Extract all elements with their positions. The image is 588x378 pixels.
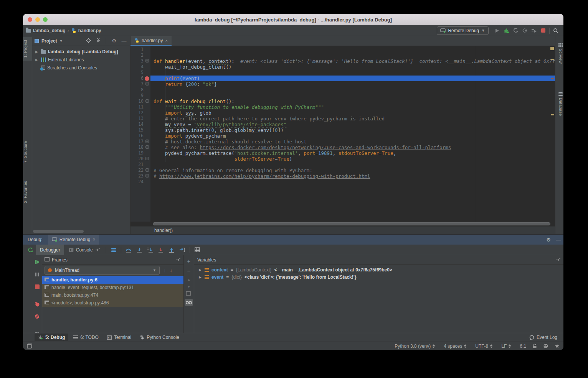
locate-file-icon[interactable] [84,38,92,44]
remove-watch-button[interactable]: − [187,268,191,274]
stack-frame-row[interactable]: handler, handler.py:6 [42,276,183,284]
hide-debug-panel-icon[interactable]: — [553,237,563,243]
debug-session-tab[interactable]: Remote Debug × [48,235,99,245]
stack-frame-row[interactable]: main, bootstrap.py:474 [42,291,183,299]
step-out-of-code-block-button[interactable] [156,246,166,254]
step-over-button[interactable] [124,246,134,254]
editor-breadcrumb[interactable]: handler() [154,228,173,233]
profiler-button[interactable] [511,26,520,35]
view-breakpoints-button[interactable] [35,301,40,308]
run-button[interactable] [492,26,502,35]
hide-panel-icon[interactable]: — [120,38,128,44]
move-watch-down-button[interactable]: ▼ [187,285,191,289]
toolwindow-button-python[interactable]: Python Console [136,334,183,341]
project-panel-title[interactable]: Project [41,38,57,44]
toolwindow-button-todo[interactable]: 6: TODO [70,334,102,341]
collapse-all-icon[interactable] [94,38,102,44]
step-into-button[interactable] [134,246,144,254]
editor-gutter-line[interactable]: 22− [130,168,150,173]
next-frame-button[interactable]: ↓ [170,268,173,273]
minimize-window-button[interactable] [35,17,40,22]
editor-gutter-line[interactable]: 10− [130,99,150,104]
editor-gutter-line[interactable]: 15 [130,127,150,133]
code-area[interactable]: 123−def handler(event, context): event: … [130,46,555,222]
editor-gutter-line[interactable]: 21 [130,162,150,168]
toolwindow-button-structure[interactable]: 7: Structure [23,139,32,165]
stop-debug-button[interactable] [35,284,40,291]
force-step-into-button[interactable] [145,246,155,254]
editor-gutter-line[interactable]: 12 [130,110,150,116]
editor-gutter-line[interactable]: 1 [130,47,150,53]
zoom-window-button[interactable] [43,17,48,22]
editor-gutter-line[interactable]: 17− [130,139,150,145]
editor-gutter-line[interactable]: 3− [130,58,150,64]
tab-debugger[interactable]: Debugger [36,245,64,255]
status-segment[interactable]: UTF-8 [475,343,493,349]
status-segment[interactable]: Python 3.8 (venv) [395,343,435,349]
event-log-button[interactable]: Event Log [529,335,557,340]
new-watch-button[interactable]: + [187,258,191,264]
gear-icon[interactable]: ⚙ [110,38,118,44]
breakpoint-icon[interactable] [145,76,149,81]
scrollbar-thumb[interactable] [153,222,550,225]
expand-arrow-icon[interactable]: ▶ [199,268,202,272]
stripe-mark[interactable] [551,59,554,60]
thread-selector[interactable]: MainThread ▼ [45,266,160,275]
tree-item-scratch[interactable]: Scratches and Consoles [32,64,130,72]
view-as-table-button[interactable] [192,246,202,254]
fold-marker-icon[interactable]: − [145,99,149,103]
stripe-mark[interactable] [551,114,554,115]
toolwindow-switcher-icon[interactable] [27,343,32,348]
run-with-settings-button[interactable] [529,26,538,35]
stop-button[interactable] [538,26,548,35]
toolwindow-button-project[interactable]: 1: Project [23,37,32,61]
fold-marker-icon[interactable]: − [145,168,149,172]
toolwindow-button-debug[interactable]: 5: Debug [35,334,68,341]
inspection-indicator[interactable] [550,47,554,50]
toolwindow-button-favorites[interactable]: 2: Favorites [23,179,32,205]
editor-gutter-line[interactable]: 24 [130,179,150,185]
lock-icon[interactable] [532,343,537,348]
editor-horizontal-scrollbar[interactable] [130,222,555,226]
project-horizontal-scrollbar[interactable] [33,230,84,233]
move-watch-up-button[interactable]: ▲ [187,278,191,281]
expand-arrow-icon[interactable]: ▶ [199,275,202,279]
status-segment[interactable]: 4 spaces [444,343,467,349]
step-out-button[interactable] [167,246,177,254]
stripe-mark[interactable] [551,78,554,79]
gear-icon[interactable]: ⚙ [543,237,553,243]
variable-row[interactable]: ▶context={LambdaContext}<__main__.Lambda… [194,266,563,273]
fold-marker-icon[interactable]: − [145,140,149,143]
show-execution-point-button[interactable] [109,246,119,254]
editor-tab-handler-py[interactable]: handler.py × [130,36,172,46]
show-watches-button[interactable] [185,299,193,306]
tab-console[interactable]: Console [65,245,104,255]
editor-gutter-line[interactable]: 11 [130,104,150,110]
toolwindow-button-terminal[interactable]: ▸_Terminal [104,334,135,341]
coverage-button[interactable] [520,26,529,35]
rerun-button[interactable] [25,246,35,254]
jump-to-source-icon[interactable] [556,258,560,262]
status-segment[interactable]: LF [501,343,511,349]
tree-item-lib[interactable]: ▶External Libraries [32,56,130,64]
editor-gutter-line[interactable]: 8 [130,87,150,93]
editor-gutter-line[interactable]: 13 [130,116,150,122]
fold-marker-icon[interactable] [145,145,149,149]
editor-gutter-line[interactable]: 23 [130,173,150,179]
breadcrumb-file[interactable]: handler.py [78,28,101,33]
run-configuration-select[interactable]: Remote Debug ▼ [437,26,489,35]
editor-gutter-line[interactable]: 7 [130,81,150,87]
pause-button[interactable] [35,271,39,278]
close-window-button[interactable] [28,17,32,22]
tree-item-folder[interactable]: ▶lambda_debug [Lambda Debug] [32,48,130,56]
variable-row[interactable]: ▶event={dict}<class 'dict'>: {'message':… [194,273,563,281]
status-segment[interactable]: 6:1 [520,343,526,349]
stack-frame-row[interactable]: <module>, bootstrap.py:486 [42,299,183,307]
error-stripe[interactable] [551,46,554,222]
editor-gutter-line[interactable]: 18 [130,145,150,150]
toolwindow-button-database[interactable]: Database [555,90,563,117]
editor-gutter-line[interactable]: 19 [130,150,150,156]
fold-marker-icon[interactable]: − [145,59,149,62]
search-everywhere-button[interactable] [551,26,560,35]
editor-gutter-line[interactable]: 14 [130,122,150,127]
